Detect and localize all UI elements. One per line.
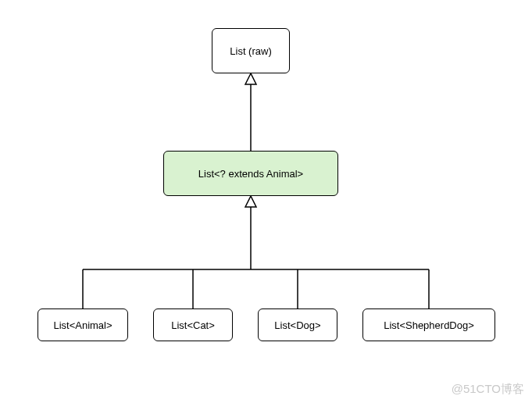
node-list-cat: List<Cat>: [153, 308, 233, 341]
node-list-animal: List<Animal>: [37, 308, 128, 341]
watermark: @51CTO博客: [452, 382, 524, 397]
node-label: List<Dog>: [274, 319, 320, 331]
svg-marker-3: [245, 196, 256, 207]
node-label: List (raw): [230, 45, 271, 57]
node-label: List<Animal>: [53, 319, 112, 331]
node-list-raw: List (raw): [212, 28, 290, 73]
node-label: List<ShepherdDog>: [384, 319, 474, 331]
node-list-dog: List<Dog>: [258, 308, 337, 341]
node-list-shepherddog: List<ShepherdDog>: [362, 308, 495, 341]
watermark-text: @51CTO博客: [452, 382, 524, 395]
node-label: List<? extends Animal>: [198, 168, 303, 180]
node-wildcard-extends-animal: List<? extends Animal>: [163, 151, 338, 196]
node-label: List<Cat>: [171, 319, 215, 331]
svg-marker-1: [245, 73, 256, 84]
